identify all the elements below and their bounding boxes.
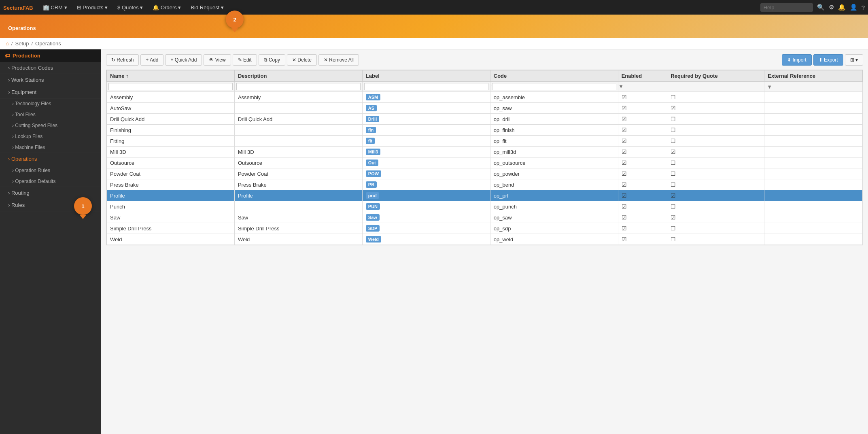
breadcrumb-separator: /	[11, 40, 13, 47]
settings-icon[interactable]: ⚙	[829, 4, 834, 11]
brand[interactable]: SecturaFAB	[3, 4, 33, 11]
table-row[interactable]: Simple Drill Press Simple Drill Press SD…	[107, 223, 863, 234]
sidebar-item-machine-files[interactable]: › Machine Files	[0, 142, 101, 153]
cell-enabled: ☑	[618, 234, 667, 245]
add-button[interactable]: + Add	[140, 54, 163, 66]
table-row[interactable]: Saw Saw Saw op_saw ☑ ☑	[107, 212, 863, 223]
table-row[interactable]: Fitting fit op_fit ☑ ☐	[107, 136, 863, 147]
sidebar-item-production-codes[interactable]: › Production Codes	[0, 62, 101, 74]
col-name[interactable]: Name ↑	[107, 70, 235, 82]
delete-button[interactable]: ✕ Delete	[287, 54, 317, 66]
cell-enabled: ☑	[618, 125, 667, 136]
edit-button[interactable]: ✎ Edit	[233, 54, 257, 66]
cell-required-quote: ☐	[667, 234, 764, 245]
cell-external-ref	[764, 114, 863, 125]
table-row[interactable]: Outsource Outsource Out op_outsource ☑ ☐	[107, 157, 863, 168]
cell-enabled: ☑	[618, 103, 667, 114]
nav-crm[interactable]: 🏢 CRM ▾	[39, 3, 71, 12]
sidebar-section-production[interactable]: 🏷 Production	[0, 49, 101, 62]
user-icon[interactable]: 👤	[850, 4, 857, 11]
col-label[interactable]: Label	[362, 70, 490, 82]
toolbar-right: ⬇ Import ⬆ Export ⊞ ▾	[782, 54, 863, 66]
col-enabled[interactable]: Enabled	[618, 70, 667, 82]
sidebar: 🏷 Production › Production Codes › Work S…	[0, 49, 101, 434]
notifications-icon[interactable]: 🔔	[838, 4, 846, 11]
remove-all-button[interactable]: ✕ Remove All	[318, 54, 359, 66]
cell-description: Weld	[234, 234, 362, 245]
cell-enabled: ☑	[618, 223, 667, 234]
cell-external-ref	[764, 223, 863, 234]
table-row[interactable]: Punch PUN op_punch ☑ ☐	[107, 201, 863, 212]
filter-description[interactable]	[236, 83, 361, 90]
sidebar-item-operation-rules[interactable]: › Operation Rules	[0, 165, 101, 176]
view-button[interactable]: 👁 View	[204, 54, 231, 66]
toolbar: ↻ Refresh + Add + Quick Add 👁 View ✎ Edi…	[106, 54, 863, 66]
filter-external-icon[interactable]: ▼	[767, 84, 772, 90]
filter-name[interactable]	[108, 83, 233, 90]
cell-external-ref	[764, 147, 863, 157]
table-row[interactable]: AutoSaw AS op_saw ☑ ☑	[107, 103, 863, 114]
filter-code-icon[interactable]: ▼	[618, 83, 624, 89]
sidebar-item-technology-files[interactable]: › Technology Files	[0, 98, 101, 109]
cell-code: op_assemble	[490, 92, 618, 103]
cell-external-ref	[764, 201, 863, 212]
breadcrumb-setup[interactable]: Setup	[15, 40, 29, 47]
sidebar-item-lookup-files[interactable]: › Lookup Files	[0, 131, 101, 142]
nav-products[interactable]: ⊞ Products ▾	[73, 3, 112, 12]
sidebar-item-work-stations[interactable]: › Work Stations	[0, 74, 101, 86]
sidebar-item-operation-defaults[interactable]: › Operation Defaults	[0, 176, 101, 187]
table-row[interactable]: Drill Quick Add Drill Quick Add Drill op…	[107, 114, 863, 125]
nav-orders[interactable]: 🔔 Orders ▾	[149, 3, 185, 12]
nav-quotes[interactable]: $ Quotes ▾	[113, 3, 147, 12]
quick-add-button[interactable]: + Quick Add	[165, 54, 202, 66]
export-button[interactable]: ⬆ Export	[813, 54, 843, 66]
col-description[interactable]: Description	[234, 70, 362, 82]
col-required-quote[interactable]: Required by Quote	[667, 70, 764, 82]
columns-button[interactable]: ⊞ ▾	[845, 54, 863, 66]
cell-name: Drill Quick Add	[107, 114, 235, 125]
help-icon[interactable]: ?	[862, 4, 865, 11]
cell-enabled: ☑	[618, 157, 667, 168]
cell-required-quote: ☐	[667, 114, 764, 125]
table-row[interactable]: Press Brake Press Brake PB op_bend ☑ ☐	[107, 179, 863, 190]
sidebar-item-operations[interactable]: › Operations	[0, 153, 101, 165]
cell-description: Powder Coat	[234, 168, 362, 179]
cell-name: Profile	[107, 190, 235, 201]
table-row[interactable]: Profile Profile prof op_prf ☑ ☑	[107, 190, 863, 201]
tag-icon: 🏷	[5, 53, 10, 59]
cell-label: POW	[362, 168, 490, 179]
filter-label[interactable]	[364, 83, 488, 90]
sidebar-item-cutting-speed[interactable]: › Cutting Speed Files	[0, 120, 101, 131]
table-row[interactable]: Weld Weld Weld op_weld ☑ ☐	[107, 234, 863, 245]
search-icon[interactable]: 🔍	[817, 4, 825, 11]
refresh-button[interactable]: ↻ Refresh	[106, 54, 139, 66]
nav-bid[interactable]: Bid Request ▾	[187, 3, 227, 12]
table-row[interactable]: Mill 3D Mill 3D Mill3 op_mill3d ☑ ☑	[107, 147, 863, 157]
sidebar-item-tool-files[interactable]: › Tool Files	[0, 109, 101, 120]
help-search[interactable]	[760, 3, 813, 12]
cell-description: Saw	[234, 212, 362, 223]
cell-name: Saw	[107, 212, 235, 223]
cell-external-ref	[764, 212, 863, 223]
cell-external-ref	[764, 136, 863, 147]
cell-label: Drill	[362, 114, 490, 125]
import-button[interactable]: ⬇ Import	[782, 54, 811, 66]
col-external-ref[interactable]: External Reference	[764, 70, 863, 82]
cell-external-ref	[764, 234, 863, 245]
home-icon[interactable]: ⌂	[6, 40, 9, 47]
table-row[interactable]: Assembly Assembly ASM op_assemble ☑ ☐	[107, 92, 863, 103]
col-code[interactable]: Code	[490, 70, 618, 82]
cell-code: op_mill3d	[490, 147, 618, 157]
cell-label: Mill3	[362, 147, 490, 157]
table-row[interactable]: Powder Coat Powder Coat POW op_powder ☑ …	[107, 168, 863, 179]
sidebar-item-equipment[interactable]: › Equipment	[0, 86, 101, 98]
copy-button[interactable]: ⧉ Copy	[259, 54, 285, 66]
cell-name: Outsource	[107, 157, 235, 168]
table-row[interactable]: Finishing fin op_finish ☑ ☐	[107, 125, 863, 136]
cell-external-ref	[764, 103, 863, 114]
filter-code[interactable]	[492, 83, 616, 90]
cell-required-quote: ☑	[667, 212, 764, 223]
cell-enabled: ☑	[618, 190, 667, 201]
cell-required-quote: ☐	[667, 92, 764, 103]
cell-label: fit	[362, 136, 490, 147]
